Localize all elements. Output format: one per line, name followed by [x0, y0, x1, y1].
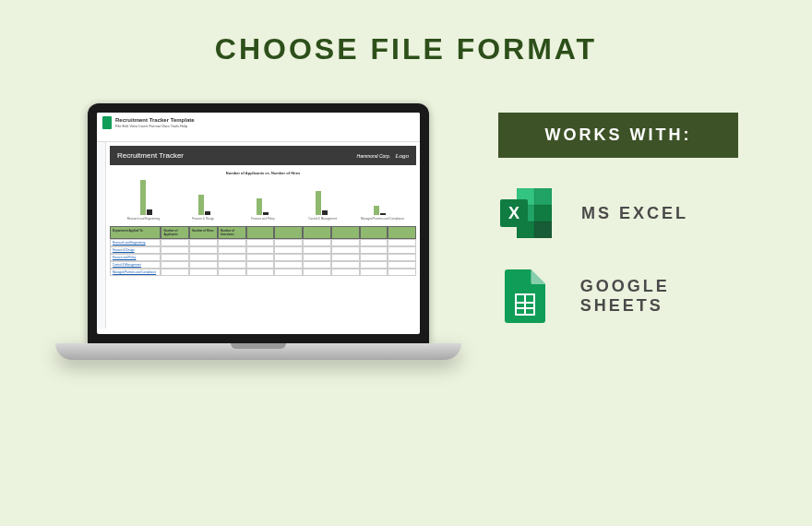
logo-placeholder: Logo — [396, 152, 409, 160]
format-option-sheets[interactable]: GOOGLE SHEETS — [498, 269, 757, 324]
chart-bars — [113, 178, 412, 215]
sheet-cells: Recruitment Tracker Hammond Corp. Logo N… — [106, 142, 420, 329]
tracker-chart: Number of Applicants vs. Number of Hires… — [110, 167, 416, 224]
document-title: Recruitment Tracker Template — [115, 117, 195, 123]
company-block: Hammond Corp. Logo — [357, 152, 409, 160]
format-list: X MS EXCEL GOOGLE SHEETS — [498, 185, 757, 324]
page-title: CHOOSE FILE FORMAT — [0, 0, 812, 66]
excel-icon: X — [498, 185, 554, 241]
app-menubar: Recruitment Tracker Template File Edit V… — [97, 113, 420, 133]
table-head: Department Applied ToNumber of Applicant… — [110, 226, 416, 239]
content-wrapper: Recruitment Tracker Template File Edit V… — [0, 66, 812, 360]
row-numbers — [97, 142, 106, 329]
bar-group — [140, 180, 152, 215]
excel-label: MS EXCEL — [581, 204, 688, 223]
excel-letter: X — [500, 199, 528, 227]
bar-group — [374, 206, 386, 215]
sheets-label: GOOGLE SHEETS — [580, 277, 757, 316]
google-sheets-icon — [498, 269, 553, 324]
bar-group — [257, 198, 269, 215]
table-row: Research and Engineering — [110, 239, 416, 246]
laptop-mockup: Recruitment Tracker Template File Edit V… — [55, 103, 461, 360]
works-with-badge: WORKS WITH: — [498, 113, 738, 158]
menu-items: File Edit View Insert Format Data Tools … — [115, 124, 195, 128]
laptop-base — [55, 343, 461, 360]
table-row: Control & Management — [110, 261, 416, 269]
tracker-title: Recruitment Tracker — [117, 151, 184, 160]
laptop-screen: Recruitment Tracker Template File Edit V… — [88, 103, 429, 343]
chart-labels: Research and EngineeringFinance & Design… — [113, 217, 412, 221]
format-option-excel[interactable]: X MS EXCEL — [498, 185, 757, 241]
table-row: Finance & Design — [110, 246, 416, 254]
table-body: Research and EngineeringFinance & Design… — [110, 239, 416, 276]
laptop-notch — [231, 343, 286, 349]
spreadsheet-app: Recruitment Tracker Template File Edit V… — [97, 113, 420, 334]
chart-title: Number of Applicants vs. Number of Hires — [113, 171, 412, 175]
sheet-body: Recruitment Tracker Hammond Corp. Logo N… — [97, 142, 420, 329]
format-options: WORKS WITH: X MS EXCEL — [498, 103, 757, 352]
tracker-table: Department Applied ToNumber of Applicant… — [110, 226, 416, 276]
company-name: Hammond Corp. — [357, 153, 391, 159]
app-toolbar — [97, 133, 420, 142]
tracker-header: Recruitment Tracker Hammond Corp. Logo — [110, 146, 416, 165]
table-row: Finance and Policy — [110, 254, 416, 261]
bar-group — [198, 195, 210, 215]
bar-group — [316, 191, 328, 215]
sheets-app-icon — [102, 116, 112, 129]
table-row: Managed Partners and Compliance — [110, 269, 416, 276]
